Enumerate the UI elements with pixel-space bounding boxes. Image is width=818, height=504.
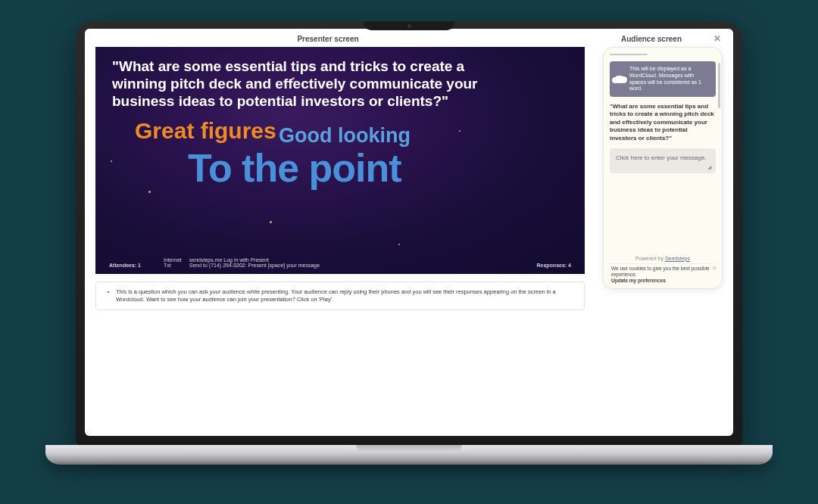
sms-line: Send to (714) 294-0202: Present [space] …: [189, 263, 320, 268]
powered-by: Powered by Sendsteps: [610, 254, 716, 263]
login-line: sendsteps.me Log in with Present: [189, 257, 320, 263]
message-input[interactable]: Click here to enter your message. ◢: [610, 148, 716, 173]
scrollbar-thumb[interactable]: [718, 63, 720, 108]
wordcloud: Great figures Good looking To the point: [112, 115, 568, 213]
audience-phone: This will be displayed as a WordCloud. M…: [603, 47, 723, 289]
wordcloud-info-banner: This will be displayed as a WordCloud. M…: [610, 61, 716, 97]
join-instructions: Internet Txt sendsteps.me Log in with Pr…: [164, 257, 320, 268]
laptop-base: [45, 445, 773, 465]
update-preferences-link[interactable]: Update my preferences: [611, 278, 714, 284]
label-internet: Internet: [164, 257, 182, 263]
hint-text: This is a question which you can ask you…: [116, 288, 575, 303]
cookie-text: We use cookies to give you the best poss…: [611, 266, 714, 278]
brand-link[interactable]: Sendsteps: [665, 256, 690, 261]
close-icon[interactable]: ✕: [712, 33, 723, 44]
laptop-notch: [364, 21, 454, 30]
particle-icon: [398, 244, 400, 245]
content-row: "What are some essential tips and tricks…: [85, 47, 733, 318]
label-txt: Txt: [164, 263, 182, 268]
slide-question: "What are some essential tips and tricks…: [112, 58, 506, 110]
input-placeholder: Click here to enter your message.: [616, 154, 707, 161]
banner-text: This will be displayed as a WordCloud. M…: [629, 66, 701, 91]
audience-panel: This will be displayed as a WordCloud. M…: [603, 47, 723, 310]
wordcloud-word-2: Good looking: [279, 124, 411, 148]
presentation-slide: "What are some essential tips and tricks…: [95, 47, 585, 274]
responses-count: Responses: 4: [536, 263, 571, 268]
resize-icon: ◢: [707, 164, 711, 170]
presenter-screen-title: Presenter screen: [95, 35, 591, 43]
audience-question: "What are some essential tips and tricks…: [610, 103, 716, 142]
cookie-notice: We use cookies to give you the best poss…: [610, 263, 716, 285]
laptop-bezel: Presenter screen Audience screen ✕ "What…: [76, 21, 742, 445]
wordcloud-word-3: To the point: [188, 145, 401, 191]
dismiss-icon[interactable]: ✕: [712, 265, 717, 272]
app-screen: Presenter screen Audience screen ✕ "What…: [85, 29, 733, 436]
attendees-count: Attendees: 1: [109, 263, 141, 268]
particle-icon: [292, 77, 295, 79]
audience-screen-title: Audience screen: [591, 35, 712, 43]
laptop-lip: [356, 445, 462, 453]
powered-prefix: Powered by: [635, 256, 665, 261]
camera-icon: [407, 24, 411, 28]
laptop-mockup: Presenter screen Audience screen ✕ "What…: [45, 21, 773, 483]
phone-drag-handle: [610, 54, 648, 55]
slide-footer: Attendees: 1 Internet Txt sendsteps.me L…: [95, 257, 585, 268]
panel-titles-row: Presenter screen Audience screen ✕: [85, 29, 733, 47]
particle-icon: [270, 221, 272, 223]
cloud-icon: [614, 76, 625, 83]
wordcloud-word-1: Great figures: [135, 118, 276, 144]
presenter-panel: "What are some essential tips and tricks…: [95, 47, 585, 310]
hint-box: This is a question which you can ask you…: [95, 282, 585, 310]
